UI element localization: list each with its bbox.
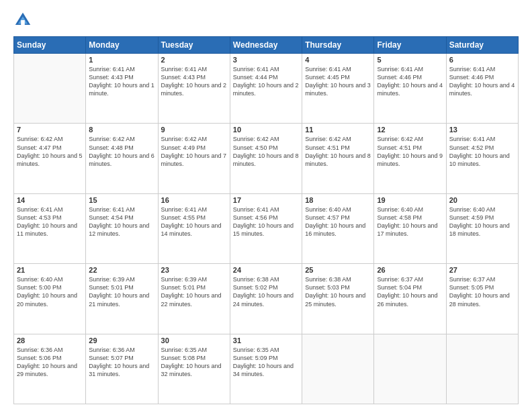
day-info: Sunrise: 6:41 AMSunset: 4:45 PMDaylight:… [305, 65, 371, 98]
calendar-cell: 27Sunrise: 6:37 AMSunset: 5:05 PMDayligh… [446, 264, 518, 334]
day-number: 13 [449, 126, 515, 134]
day-info: Sunrise: 6:40 AMSunset: 4:58 PMDaylight:… [377, 205, 443, 238]
day-number: 5 [377, 56, 443, 64]
calendar-cell: 9Sunrise: 6:42 AMSunset: 4:49 PMDaylight… [158, 124, 230, 193]
calendar-cell: 22Sunrise: 6:39 AMSunset: 5:01 PMDayligh… [86, 264, 158, 334]
calendar-cell: 23Sunrise: 6:39 AMSunset: 5:01 PMDayligh… [158, 264, 230, 334]
calendar-cell: 3Sunrise: 6:41 AMSunset: 4:44 PMDaylight… [230, 54, 302, 124]
svg-rect-2 [21, 20, 25, 25]
day-number: 11 [305, 126, 371, 134]
calendar-table: SundayMondayTuesdayWednesdayThursdayFrid… [13, 36, 519, 404]
calendar-cell: 19Sunrise: 6:40 AMSunset: 4:58 PMDayligh… [374, 193, 446, 263]
day-info: Sunrise: 6:40 AMSunset: 4:57 PMDaylight:… [305, 205, 371, 238]
weekday-header-row: SundayMondayTuesdayWednesdayThursdayFrid… [14, 37, 519, 54]
day-number: 8 [89, 126, 154, 134]
calendar-cell: 2Sunrise: 6:41 AMSunset: 4:43 PMDaylight… [158, 54, 230, 124]
calendar-cell: 30Sunrise: 6:35 AMSunset: 5:08 PMDayligh… [158, 334, 230, 404]
day-number: 28 [17, 336, 83, 345]
weekday-header-tuesday: Tuesday [158, 37, 230, 54]
day-number: 27 [449, 266, 515, 274]
calendar-cell: 31Sunrise: 6:35 AMSunset: 5:09 PMDayligh… [230, 334, 302, 404]
day-number: 14 [17, 196, 83, 204]
calendar-cell: 15Sunrise: 6:41 AMSunset: 4:54 PMDayligh… [86, 193, 158, 263]
week-row-2: 7Sunrise: 6:42 AMSunset: 4:47 PMDaylight… [14, 124, 519, 193]
day-info: Sunrise: 6:42 AMSunset: 4:49 PMDaylight:… [161, 135, 227, 168]
weekday-header-wednesday: Wednesday [230, 37, 302, 54]
day-info: Sunrise: 6:39 AMSunset: 5:01 PMDaylight:… [161, 275, 227, 308]
calendar-cell: 10Sunrise: 6:42 AMSunset: 4:50 PMDayligh… [230, 124, 302, 193]
calendar-cell: 25Sunrise: 6:38 AMSunset: 5:03 PMDayligh… [302, 264, 374, 334]
day-info: Sunrise: 6:40 AMSunset: 4:59 PMDaylight:… [449, 205, 515, 238]
logo-icon [13, 11, 32, 30]
header [13, 11, 519, 30]
day-number: 31 [233, 336, 299, 345]
day-number: 7 [17, 126, 83, 134]
day-number: 25 [305, 266, 371, 274]
calendar-cell: 8Sunrise: 6:42 AMSunset: 4:48 PMDaylight… [86, 124, 158, 193]
calendar-cell [302, 334, 374, 404]
calendar-cell: 14Sunrise: 6:41 AMSunset: 4:53 PMDayligh… [14, 193, 86, 263]
calendar-cell [374, 334, 446, 404]
calendar-cell: 6Sunrise: 6:41 AMSunset: 4:46 PMDaylight… [446, 54, 518, 124]
weekday-header-saturday: Saturday [446, 37, 518, 54]
day-info: Sunrise: 6:41 AMSunset: 4:44 PMDaylight:… [233, 65, 299, 98]
day-info: Sunrise: 6:41 AMSunset: 4:46 PMDaylight:… [449, 65, 515, 98]
calendar-cell: 20Sunrise: 6:40 AMSunset: 4:59 PMDayligh… [446, 193, 518, 263]
calendar-cell: 29Sunrise: 6:36 AMSunset: 5:07 PMDayligh… [86, 334, 158, 404]
day-info: Sunrise: 6:41 AMSunset: 4:53 PMDaylight:… [17, 205, 83, 238]
day-info: Sunrise: 6:37 AMSunset: 5:04 PMDaylight:… [377, 275, 443, 308]
week-row-5: 28Sunrise: 6:36 AMSunset: 5:06 PMDayligh… [14, 334, 519, 404]
day-number: 26 [377, 266, 443, 274]
day-number: 24 [233, 266, 299, 274]
week-row-1: 1Sunrise: 6:41 AMSunset: 4:43 PMDaylight… [14, 54, 519, 124]
day-number: 9 [161, 126, 227, 134]
day-info: Sunrise: 6:40 AMSunset: 5:00 PMDaylight:… [17, 275, 83, 308]
calendar-cell: 28Sunrise: 6:36 AMSunset: 5:06 PMDayligh… [14, 334, 86, 404]
logo [13, 11, 35, 30]
day-info: Sunrise: 6:42 AMSunset: 4:51 PMDaylight:… [305, 135, 371, 168]
calendar-cell: 13Sunrise: 6:41 AMSunset: 4:52 PMDayligh… [446, 124, 518, 193]
day-info: Sunrise: 6:41 AMSunset: 4:56 PMDaylight:… [233, 205, 299, 238]
calendar-cell: 26Sunrise: 6:37 AMSunset: 5:04 PMDayligh… [374, 264, 446, 334]
day-number: 21 [17, 266, 83, 274]
day-info: Sunrise: 6:42 AMSunset: 4:47 PMDaylight:… [17, 135, 83, 168]
day-info: Sunrise: 6:42 AMSunset: 4:51 PMDaylight:… [377, 135, 443, 168]
day-number: 12 [377, 126, 443, 134]
day-number: 6 [449, 56, 515, 64]
day-info: Sunrise: 6:41 AMSunset: 4:52 PMDaylight:… [449, 135, 515, 168]
day-info: Sunrise: 6:41 AMSunset: 4:54 PMDaylight:… [89, 205, 154, 238]
weekday-header-thursday: Thursday [302, 37, 374, 54]
calendar-cell: 12Sunrise: 6:42 AMSunset: 4:51 PMDayligh… [374, 124, 446, 193]
day-number: 1 [89, 56, 154, 64]
day-number: 4 [305, 56, 371, 64]
day-number: 16 [161, 196, 227, 204]
day-info: Sunrise: 6:35 AMSunset: 5:09 PMDaylight:… [233, 346, 299, 379]
calendar-cell: 7Sunrise: 6:42 AMSunset: 4:47 PMDaylight… [14, 124, 86, 193]
calendar-cell [14, 54, 86, 124]
calendar-cell: 4Sunrise: 6:41 AMSunset: 4:45 PMDaylight… [302, 54, 374, 124]
week-row-3: 14Sunrise: 6:41 AMSunset: 4:53 PMDayligh… [14, 193, 519, 263]
day-info: Sunrise: 6:39 AMSunset: 5:01 PMDaylight:… [89, 275, 154, 308]
calendar-cell: 21Sunrise: 6:40 AMSunset: 5:00 PMDayligh… [14, 264, 86, 334]
calendar-cell: 1Sunrise: 6:41 AMSunset: 4:43 PMDaylight… [86, 54, 158, 124]
day-info: Sunrise: 6:37 AMSunset: 5:05 PMDaylight:… [449, 275, 515, 308]
day-number: 2 [161, 56, 227, 64]
day-info: Sunrise: 6:41 AMSunset: 4:46 PMDaylight:… [377, 65, 443, 98]
day-info: Sunrise: 6:36 AMSunset: 5:07 PMDaylight:… [89, 346, 154, 379]
calendar-cell [446, 334, 518, 404]
day-info: Sunrise: 6:42 AMSunset: 4:50 PMDaylight:… [233, 135, 299, 168]
day-info: Sunrise: 6:35 AMSunset: 5:08 PMDaylight:… [161, 346, 227, 379]
day-info: Sunrise: 6:41 AMSunset: 4:43 PMDaylight:… [89, 65, 154, 98]
calendar-cell: 17Sunrise: 6:41 AMSunset: 4:56 PMDayligh… [230, 193, 302, 263]
day-number: 20 [449, 196, 515, 204]
weekday-header-sunday: Sunday [14, 37, 86, 54]
day-info: Sunrise: 6:42 AMSunset: 4:48 PMDaylight:… [89, 135, 154, 168]
day-number: 15 [89, 196, 154, 204]
calendar-cell: 5Sunrise: 6:41 AMSunset: 4:46 PMDaylight… [374, 54, 446, 124]
day-number: 30 [161, 336, 227, 345]
calendar-cell: 18Sunrise: 6:40 AMSunset: 4:57 PMDayligh… [302, 193, 374, 263]
day-number: 3 [233, 56, 299, 64]
calendar-cell: 16Sunrise: 6:41 AMSunset: 4:55 PMDayligh… [158, 193, 230, 263]
day-number: 22 [89, 266, 154, 274]
day-number: 10 [233, 126, 299, 134]
